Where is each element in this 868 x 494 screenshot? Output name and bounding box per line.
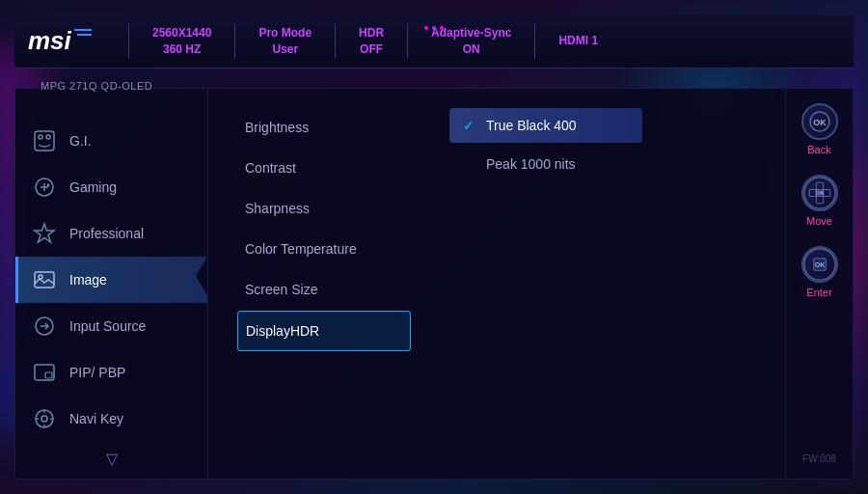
sidebar-label-gaming: Gaming xyxy=(69,179,117,195)
header-decoration xyxy=(424,26,444,30)
header-input: HDMI 1 xyxy=(541,33,615,49)
move-label: Move xyxy=(806,215,832,227)
svg-point-7 xyxy=(47,184,50,187)
option-true-black-400[interactable]: ✓ True Black 400 xyxy=(449,108,642,143)
sidebar-label-input-source: Input Source xyxy=(69,318,146,334)
header: msi 2560X1440 360 HZ Pro Mode User HDR O… xyxy=(14,14,854,69)
back-label: Back xyxy=(807,144,830,155)
header-divider-1 xyxy=(128,24,129,59)
sidebar-item-pip-pbp[interactable]: PIP/ PBP xyxy=(15,349,207,396)
svg-rect-12 xyxy=(45,372,52,378)
msi-logo: msi xyxy=(26,26,103,57)
svg-point-14 xyxy=(41,416,47,422)
sidebar-label-image: Image xyxy=(69,272,107,288)
options-list: ✓ True Black 400 ✓ Peak 1000 nits xyxy=(449,108,642,459)
menu-item-screen-size[interactable]: Screen Size xyxy=(237,270,411,309)
svg-rect-19 xyxy=(816,197,823,204)
firmware-version: FW:008 xyxy=(802,453,836,464)
option-peak-1000[interactable]: ✓ Peak 1000 nits xyxy=(449,147,642,181)
sidebar-item-gi[interactable]: G.I. xyxy=(15,118,207,164)
image-icon xyxy=(31,266,58,293)
sidebar-label-gi: G.I. xyxy=(69,133,92,149)
navi-key-icon xyxy=(31,405,58,432)
sidebar-item-input-source[interactable]: Input Source xyxy=(15,303,207,349)
header-divider-5 xyxy=(534,24,535,59)
sidebar-scroll-down[interactable]: ▽ xyxy=(15,442,207,476)
gaming-icon xyxy=(31,174,58,201)
header-pro-mode: Pro Mode User xyxy=(241,25,329,58)
menu-item-contrast[interactable]: Contrast xyxy=(237,149,411,187)
enter-button[interactable]: OK Enter xyxy=(801,246,838,298)
move-button-icon: OK xyxy=(801,175,838,211)
monitor-label: MPG 271Q QD-OLED xyxy=(41,80,152,92)
sidebar-item-professional[interactable]: Professional xyxy=(15,210,207,257)
checkmark-icon: ✓ xyxy=(463,118,478,133)
menu-item-sharpness[interactable]: Sharpness xyxy=(237,189,411,228)
sidebar: G.I. Gaming xyxy=(15,89,208,479)
input-source-icon xyxy=(31,313,58,340)
enter-button-icon: OK xyxy=(801,246,838,283)
sidebar-item-image[interactable]: Image xyxy=(15,257,207,303)
sidebar-item-gaming[interactable]: Gaming xyxy=(15,164,207,210)
header-divider-4 xyxy=(407,24,408,59)
svg-rect-3 xyxy=(35,131,54,151)
header-divider-2 xyxy=(234,24,235,59)
menu-item-displayhdr[interactable]: DisplayHDR xyxy=(237,311,411,351)
sidebar-label-navi-key: Navi Key xyxy=(69,411,123,426)
svg-point-5 xyxy=(46,135,50,139)
professional-icon xyxy=(31,220,58,247)
menu-list: Brightness Contrast Sharpness Color Temp… xyxy=(237,108,411,459)
menu-item-brightness[interactable]: Brightness xyxy=(237,108,411,147)
sidebar-label-professional: Professional xyxy=(69,226,144,241)
main-content: Brightness Contrast Sharpness Color Temp… xyxy=(208,89,785,479)
header-hdr: HDR OFF xyxy=(341,25,401,58)
back-button[interactable]: OK Back xyxy=(801,103,838,155)
sidebar-label-pip-pbp: PIP/ PBP xyxy=(69,365,125,380)
content-area: G.I. Gaming xyxy=(14,88,854,480)
right-controls: OK Back OK xyxy=(785,89,853,479)
back-button-icon: OK xyxy=(801,103,838,140)
svg-text:msi: msi xyxy=(28,26,72,55)
header-resolution: 2560X1440 360 HZ xyxy=(135,25,229,58)
svg-text:OK: OK xyxy=(813,118,827,127)
header-info: 2560X1440 360 HZ Pro Mode User HDR OFF A… xyxy=(135,24,842,59)
svg-text:OK: OK xyxy=(814,261,826,269)
pip-pbp-icon xyxy=(31,359,58,386)
svg-text:OK: OK xyxy=(815,189,825,196)
move-button[interactable]: OK Move xyxy=(801,175,838,227)
svg-point-4 xyxy=(39,135,42,139)
header-divider-3 xyxy=(335,24,336,59)
menu-item-color-temp[interactable]: Color Temperature xyxy=(237,230,411,268)
enter-label: Enter xyxy=(806,287,831,298)
gi-icon xyxy=(31,127,58,154)
sidebar-item-navi-key[interactable]: Navi Key xyxy=(15,396,207,442)
